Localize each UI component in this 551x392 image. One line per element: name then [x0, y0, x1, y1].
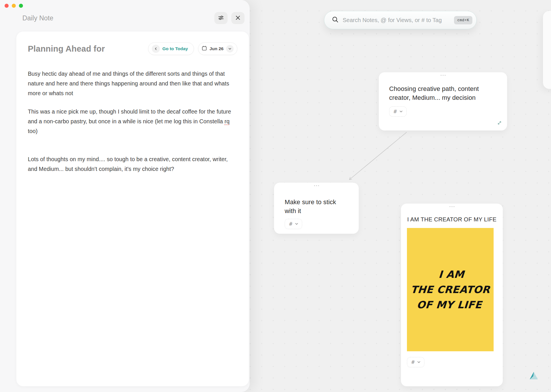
note-paragraph[interactable]: Lots of thoughts on my mind.... so tough…	[28, 154, 232, 174]
expand-card-button[interactable]	[497, 120, 502, 126]
poster-image[interactable]: I AM THE CREATOR OF MY LIFE	[407, 228, 494, 351]
drag-handle-icon[interactable]	[314, 185, 319, 186]
drag-handle-icon[interactable]	[441, 75, 445, 76]
previous-day-button[interactable]	[152, 45, 160, 53]
window-close-button[interactable]	[5, 4, 9, 8]
date-picker-button[interactable]: Jun 26	[198, 42, 237, 55]
date-label: Jun 26	[209, 46, 224, 51]
note-body-editor[interactable]: Busy hectic day ahead of me and things o…	[28, 69, 232, 174]
daily-note-editor-card: Planning Ahead for Go to Today	[16, 32, 249, 386]
calendar-icon	[202, 46, 207, 52]
offscreen-card-peek[interactable]	[543, 11, 551, 89]
close-panel-button[interactable]	[231, 12, 245, 24]
go-to-today-label: Go to Today	[162, 46, 190, 51]
expand-icon	[497, 121, 502, 126]
tag-dropdown-button[interactable]: #	[285, 219, 302, 229]
tag-dropdown-button[interactable]: #	[407, 357, 424, 367]
window-controls	[5, 4, 23, 8]
misspelled-word[interactable]: rq	[224, 118, 230, 124]
hash-tag-label: #	[411, 359, 415, 365]
keyboard-shortcut-badge: cmd+K	[454, 16, 472, 24]
paragraph-text: This was a nice pick me up, though I sho…	[28, 108, 231, 124]
paragraph-text: too)	[28, 128, 38, 134]
panel-header: Daily Note	[0, 11, 250, 29]
daily-note-panel: Daily Note Planning Ahead for	[0, 0, 250, 392]
hash-tag-label: #	[393, 109, 397, 114]
note-paragraph[interactable]: Busy hectic day ahead of me and things o…	[28, 69, 232, 98]
app-logo-button[interactable]	[529, 371, 539, 382]
sliders-icon	[218, 15, 224, 22]
tag-dropdown-button[interactable]: #	[389, 106, 407, 117]
card-title[interactable]: I AM THE CREATOR OF MY LIFE	[407, 216, 497, 223]
chevron-down-icon	[417, 360, 420, 365]
global-search-bar[interactable]: cmd+K	[324, 11, 477, 29]
window-zoom-button[interactable]	[19, 4, 23, 8]
search-input[interactable]	[343, 17, 454, 24]
card-text[interactable]: Make sure to stick with it	[285, 198, 348, 215]
chevron-down-icon	[295, 221, 298, 227]
go-to-today-button[interactable]: Go to Today	[148, 42, 194, 55]
panel-title: Daily Note	[22, 14, 53, 22]
chevron-left-icon	[154, 46, 157, 51]
settings-button[interactable]	[214, 12, 228, 24]
note-paragraph[interactable]: This was a nice pick me up, though I sho…	[28, 107, 232, 136]
drag-handle-icon[interactable]	[449, 206, 454, 207]
window-minimize-button[interactable]	[12, 4, 16, 8]
card-text[interactable]: Choosing creative path, content creator,…	[389, 84, 497, 102]
note-card-stick-with-it[interactable]: Make sure to stick with it #	[274, 183, 359, 234]
hash-tag-label: #	[289, 221, 293, 227]
date-dropdown-button[interactable]	[226, 45, 234, 52]
app-logo-triangle-icon	[529, 377, 539, 381]
note-card-choosing-creative-path[interactable]: Choosing creative path, content creator,…	[379, 72, 507, 130]
close-icon	[235, 15, 240, 21]
chevron-down-icon	[399, 109, 403, 114]
search-icon	[332, 16, 339, 24]
note-title[interactable]: Planning Ahead for	[28, 44, 105, 54]
chevron-down-icon	[228, 46, 231, 51]
note-card-creator-of-my-life[interactable]: I AM THE CREATOR OF MY LIFE I AM THE CRE…	[401, 204, 503, 386]
poster-text: I AM THE CREATOR OF MY LIFE	[409, 267, 491, 313]
